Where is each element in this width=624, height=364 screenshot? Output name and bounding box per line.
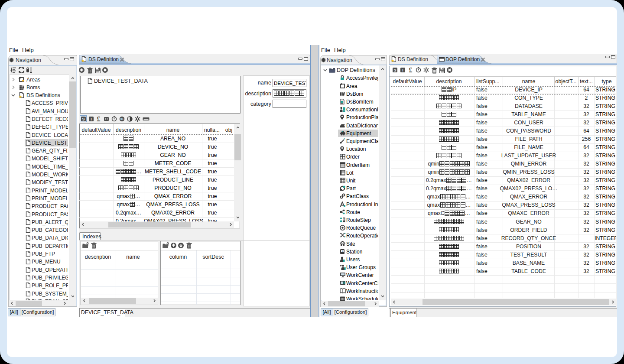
svg-text:£: £ [409,67,413,73]
svg-text:1: 1 [342,250,343,252]
svg-text:01: 01 [120,117,124,120]
svg-text:I: I [402,68,403,72]
svg-text:I: I [91,117,92,121]
svg-text:£: £ [97,116,101,122]
svg-text:S: S [393,68,396,72]
svg-text:S: S [82,117,84,121]
